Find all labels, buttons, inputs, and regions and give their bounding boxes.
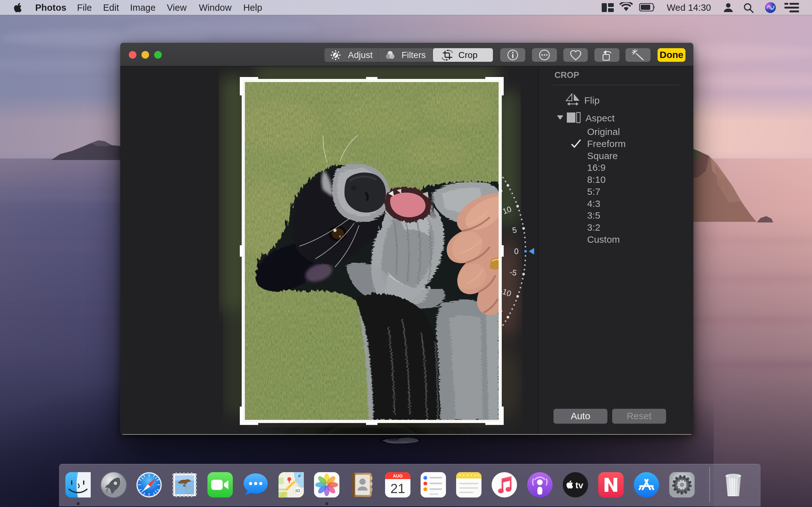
svg-text:3D: 3D (295, 488, 300, 493)
svg-text:5: 5 (512, 225, 518, 235)
svg-text:AUG: AUG (393, 473, 403, 478)
svg-text:tv: tv (575, 481, 583, 490)
svg-text:21: 21 (391, 481, 405, 496)
svg-text:0: 0 (514, 247, 519, 256)
